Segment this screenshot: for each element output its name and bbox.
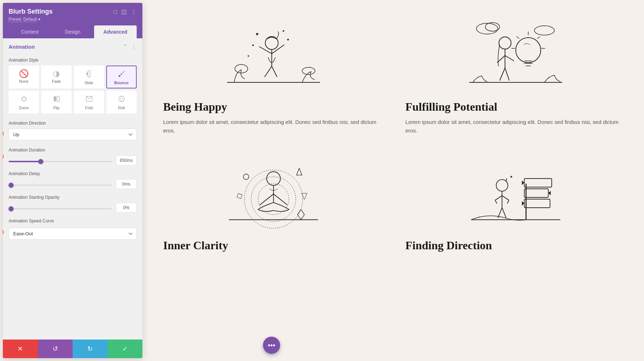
section-icons: ⌃ ⋮: [123, 43, 137, 50]
animation-style-grid: 🚫 None ◑ Fade Slide: [9, 66, 137, 114]
opacity-group: Animation Starting Opacity 0%: [9, 195, 137, 213]
more-icon[interactable]: ⋮: [131, 8, 137, 15]
split-icon[interactable]: ◫: [121, 8, 127, 15]
delay-slider-row: 0ms: [9, 179, 137, 189]
preset-value[interactable]: Preset: Default: [9, 17, 37, 22]
svg-rect-39: [237, 193, 242, 199]
animation-direction-select[interactable]: Up Down Left Right Center: [9, 129, 137, 140]
anim-bounce[interactable]: Bounce: [106, 66, 137, 88]
panel-tabs: Content Design Advanced: [9, 25, 137, 38]
speed-curve-group: 3 Animation Speed Curve Ease-Out Ease-In…: [9, 218, 137, 245]
bounce-label: Bounce: [114, 81, 128, 85]
none-icon: 🚫: [19, 70, 29, 78]
section-content: Animation Style 🚫 None ◑ Fade Slide: [3, 55, 142, 251]
delay-group: Animation Delay 0ms: [9, 171, 137, 189]
fold-label: Fold: [85, 106, 93, 110]
fullscreen-icon[interactable]: □: [113, 9, 117, 15]
svg-point-12: [235, 64, 248, 73]
anim-fold[interactable]: Fold: [74, 91, 104, 114]
svg-point-24: [499, 37, 511, 49]
anim-none[interactable]: 🚫 None: [9, 66, 39, 88]
panel-body: Animation ⌃ ⋮ Animation Style 🚫 None ◑ F…: [3, 38, 142, 340]
svg-rect-47: [524, 199, 550, 208]
redo-button[interactable]: ↻: [73, 340, 108, 358]
card-title-fulfilling-potential: Fulfilling Potential: [405, 100, 626, 114]
illustration-inner-clarity: [163, 149, 384, 232]
tab-content[interactable]: Content: [9, 25, 51, 38]
svg-rect-7: [54, 96, 56, 101]
duration-value[interactable]: 650ms: [116, 155, 137, 165]
tab-advanced[interactable]: Advanced: [94, 25, 137, 38]
roll-icon: [118, 95, 126, 104]
tab-design[interactable]: Design: [51, 25, 94, 38]
blurb-card-finding-direction: ! ✦ Finding Direction: [405, 149, 626, 256]
anim-fade[interactable]: ◑ Fade: [41, 66, 72, 88]
animation-speed-label: Animation Speed Curve: [9, 218, 137, 223]
anim-zoom[interactable]: Zoom: [9, 91, 39, 114]
collapse-icon[interactable]: ⌃: [123, 43, 128, 50]
anim-flip[interactable]: Flip: [41, 91, 72, 114]
flip-icon: [53, 95, 60, 104]
delay-value[interactable]: 0ms: [116, 179, 137, 189]
animation-direction-label: Animation Direction: [9, 121, 137, 126]
svg-marker-40: [298, 210, 304, 220]
section-header: Animation ⌃ ⋮: [3, 38, 142, 55]
delay-slider-container: [9, 181, 112, 187]
svg-text:✦: ✦: [286, 37, 290, 42]
svg-marker-1: [86, 72, 88, 76]
cards-grid: ♥ ♥ ♥ ✦ ✦ Being Happy Lorem ipsum dolor …: [163, 11, 626, 256]
svg-text:!: !: [506, 177, 507, 183]
fade-icon: ◑: [53, 70, 60, 78]
panel-title: Blurb Settings: [9, 8, 53, 15]
svg-line-27: [537, 37, 540, 39]
fab-button[interactable]: •••: [263, 337, 280, 354]
svg-rect-0: [88, 71, 90, 77]
panel-header: Blurb Settings □ ◫ ⋮ Preset: Default ▾ C…: [3, 3, 142, 38]
svg-text:♥: ♥: [256, 31, 259, 37]
step-3: 3: [3, 227, 4, 237]
svg-text:✦: ✦: [509, 175, 513, 179]
duration-slider[interactable]: [9, 161, 112, 162]
svg-point-2: [118, 75, 120, 77]
animation-duration-label: Animation Duration: [9, 148, 137, 153]
duration-slider-row: 650ms: [9, 155, 137, 165]
svg-marker-38: [302, 193, 307, 199]
fade-label: Fade: [52, 79, 61, 83]
none-label: None: [19, 79, 28, 83]
anim-slide[interactable]: Slide: [74, 66, 104, 88]
save-button[interactable]: ✓: [108, 340, 143, 358]
delay-slider[interactable]: [9, 184, 112, 186]
blurb-card-being-happy: ♥ ♥ ♥ ✦ ✦ Being Happy Lorem ipsum dolor …: [163, 11, 384, 135]
panel-footer: ✕ ↺ ↻ ✓: [3, 340, 142, 358]
section-title: Animation: [9, 44, 35, 50]
svg-marker-36: [297, 168, 302, 175]
anim-roll[interactable]: Roll: [106, 91, 137, 114]
svg-rect-43: [524, 178, 552, 187]
svg-point-25: [516, 38, 541, 63]
settings-panel: Blurb Settings □ ◫ ⋮ Preset: Default ▾ C…: [3, 3, 142, 358]
main-content: ♥ ♥ ♥ ✦ ✦ Being Happy Lorem ipsum dolor …: [145, 0, 644, 361]
opacity-slider-container: [9, 204, 112, 211]
slide-icon: [85, 70, 93, 79]
reset-button[interactable]: ↺: [38, 340, 73, 358]
zoom-label: Zoom: [19, 106, 29, 110]
duration-group: 2 Animation Duration 650ms: [9, 148, 137, 165]
svg-point-4: [122, 72, 123, 73]
card-text-fulfilling-potential: Lorem ipsum dolor sit amet, consectetur …: [405, 118, 626, 135]
zoom-icon: [20, 95, 28, 104]
card-title-being-happy: Being Happy: [163, 100, 384, 114]
section-more-icon[interactable]: ⋮: [131, 43, 137, 50]
cancel-button[interactable]: ✕: [3, 340, 38, 358]
svg-marker-46: [548, 191, 551, 195]
step-1: 1: [3, 129, 4, 138]
roll-label: Roll: [118, 106, 125, 110]
opacity-slider-row: 0%: [9, 203, 137, 213]
opacity-value[interactable]: 0%: [116, 203, 137, 213]
opacity-slider[interactable]: [9, 208, 112, 210]
svg-point-10: [119, 96, 125, 102]
svg-rect-8: [57, 96, 59, 101]
animation-speed-select[interactable]: Ease-Out Ease-In Linear Ease-In-Out: [9, 228, 137, 240]
illustration-being-happy: ♥ ♥ ♥ ✦ ✦: [163, 11, 384, 93]
preset-label[interactable]: Preset: Default ▾: [9, 17, 137, 22]
bounce-icon: [118, 70, 126, 79]
